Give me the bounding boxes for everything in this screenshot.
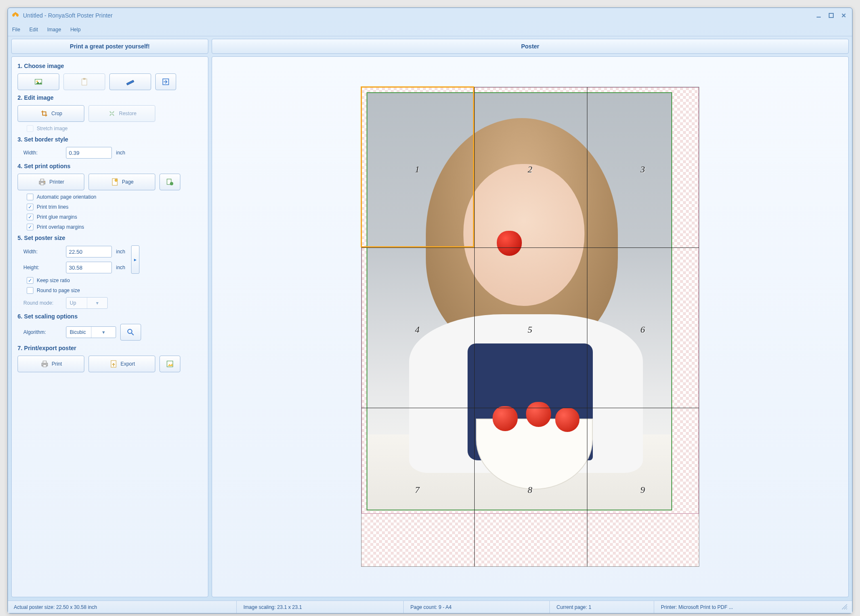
cell-number: 6	[640, 324, 645, 335]
printer-button[interactable]: Printer	[18, 174, 84, 190]
poster-canvas[interactable]: 1 2 3 4 5 6 7 8 9	[361, 87, 699, 567]
status-printer: Printer: Microsoft Print to PDF ...	[654, 601, 841, 613]
menu-edit[interactable]: Edit	[29, 27, 38, 33]
menu-file[interactable]: File	[12, 27, 20, 33]
photo-content	[367, 93, 671, 510]
status-current-page: Current page: 1	[550, 601, 654, 613]
glue-margins-row[interactable]: ✓Print glue margins	[27, 214, 202, 220]
restore-button[interactable]: Restore	[89, 105, 155, 122]
swap-dimensions-button[interactable]: ▸	[131, 245, 139, 274]
section-7-title: 7. Print/export poster	[18, 345, 202, 351]
svg-rect-4	[82, 79, 87, 85]
section-2-title: 2. Edit image	[18, 94, 202, 101]
close-button[interactable]	[839, 11, 849, 20]
trim-lines-checkbox[interactable]: ✓	[27, 204, 33, 210]
crop-icon	[40, 109, 49, 118]
section-5-title: 5. Set poster size	[18, 235, 202, 241]
border-width-input[interactable]	[66, 147, 112, 159]
round-page-row[interactable]: Round to page size	[27, 287, 202, 294]
app-window: Untitled - RonyaSoft Poster Printer File…	[8, 8, 852, 613]
overlap-margins-checkbox[interactable]: ✓	[27, 224, 33, 230]
keep-ratio-label: Keep size ratio	[37, 278, 70, 283]
poster-photo	[367, 92, 672, 510]
section-3-title: 3. Set border style	[18, 136, 202, 143]
glue-margins-label: Print glue margins	[37, 214, 77, 220]
status-page-count: Page count: 9 - A4	[404, 601, 550, 613]
algorithm-label: Algorithm:	[23, 329, 62, 335]
restore-button-label: Restore	[119, 111, 137, 116]
cell-number: 7	[415, 485, 420, 495]
crop-button[interactable]: Crop	[18, 105, 84, 122]
printer-icon	[38, 177, 47, 187]
preview-scaling-button[interactable]	[120, 324, 141, 341]
chevron-down-icon: ▾	[91, 327, 116, 338]
title-bar[interactable]: Untitled - RonyaSoft Poster Printer	[8, 8, 852, 23]
poster-width-unit: inch	[116, 249, 125, 255]
grid-line	[587, 87, 587, 566]
round-page-label: Round to page size	[37, 288, 80, 293]
poster-width-label: Width:	[23, 249, 62, 255]
page-button[interactable]: Page	[89, 174, 155, 190]
status-bar: Actual poster size: 22.50 x 30.58 inch I…	[8, 601, 852, 613]
auto-orient-row[interactable]: Automatic page orientation	[27, 194, 202, 200]
menu-image[interactable]: Image	[47, 27, 61, 33]
window-controls	[814, 11, 849, 20]
cell-number: 5	[528, 324, 532, 335]
keep-ratio-checkbox[interactable]: ✓	[27, 277, 33, 284]
cell-number: 9	[640, 485, 645, 495]
chevron-down-icon: ▾	[87, 298, 108, 308]
algorithm-value: Bicubic	[66, 329, 91, 335]
round-mode-label: Round mode:	[23, 300, 62, 306]
svg-point-14	[170, 182, 173, 185]
svg-rect-0	[817, 17, 821, 18]
svg-rect-18	[43, 365, 46, 367]
keep-ratio-row[interactable]: ✓Keep size ratio	[27, 277, 202, 284]
open-image-button[interactable]	[18, 73, 59, 90]
restore-icon	[107, 109, 116, 118]
algorithm-select[interactable]: Bicubic▾	[66, 326, 116, 338]
svg-rect-17	[43, 361, 46, 363]
border-width-label: Width:	[23, 150, 62, 156]
minimize-button[interactable]	[814, 11, 824, 20]
stretch-label: Stretch image	[37, 126, 68, 131]
crop-button-label: Crop	[51, 111, 62, 116]
poster-height-input[interactable]	[66, 262, 112, 273]
export-button[interactable]: Export	[89, 356, 155, 372]
paste-image-button[interactable]	[63, 73, 105, 90]
auto-orient-checkbox[interactable]	[27, 194, 33, 200]
grid-line	[474, 87, 475, 566]
grid-line	[362, 247, 699, 248]
page-icon	[110, 177, 119, 187]
page-options-button[interactable]	[159, 174, 180, 190]
round-page-checkbox[interactable]	[27, 287, 33, 294]
body: 1. Choose image 2. Edit image Crop Resto…	[8, 56, 852, 601]
printer-button-label: Printer	[49, 179, 64, 185]
svg-rect-8	[40, 179, 44, 181]
cell-number: 2	[528, 164, 532, 175]
poster-width-input[interactable]	[66, 246, 112, 258]
menu-bar: File Edit Image Help	[8, 23, 852, 36]
stretch-checkbox[interactable]	[27, 125, 33, 132]
poster-height-unit: inch	[116, 265, 125, 270]
menu-help[interactable]: Help	[70, 27, 81, 33]
round-mode-select[interactable]: Up▾	[66, 297, 108, 309]
print-button[interactable]: Print	[18, 356, 84, 372]
glue-margins-checkbox[interactable]: ✓	[27, 214, 33, 220]
import-image-button[interactable]	[155, 73, 176, 90]
scan-image-button[interactable]	[109, 73, 151, 90]
overlap-margins-row[interactable]: ✓Print overlap margins	[27, 224, 202, 230]
resize-grip-icon[interactable]	[841, 603, 849, 611]
stretch-checkbox-row[interactable]: Stretch image	[27, 125, 202, 132]
overlap-margins-label: Print overlap margins	[37, 224, 84, 230]
magnifier-icon	[126, 328, 135, 337]
svg-point-12	[115, 179, 117, 182]
picture-export-icon	[165, 359, 175, 369]
export-icon	[109, 359, 118, 369]
maximize-button[interactable]	[826, 11, 836, 20]
round-mode-value: Up	[66, 300, 87, 306]
left-panel-header: Print a great poster yourself!	[11, 39, 208, 54]
poster-height-label: Height:	[23, 265, 62, 270]
trim-lines-row[interactable]: ✓Print trim lines	[27, 204, 202, 210]
export-image-button[interactable]	[159, 356, 180, 372]
cell-number: 4	[415, 324, 420, 335]
